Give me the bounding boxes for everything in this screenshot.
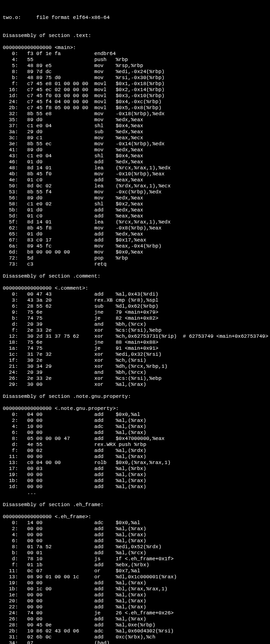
disassembly-output: two.o: file format elf64-x86-64 Disassem…: [3, 15, 267, 644]
